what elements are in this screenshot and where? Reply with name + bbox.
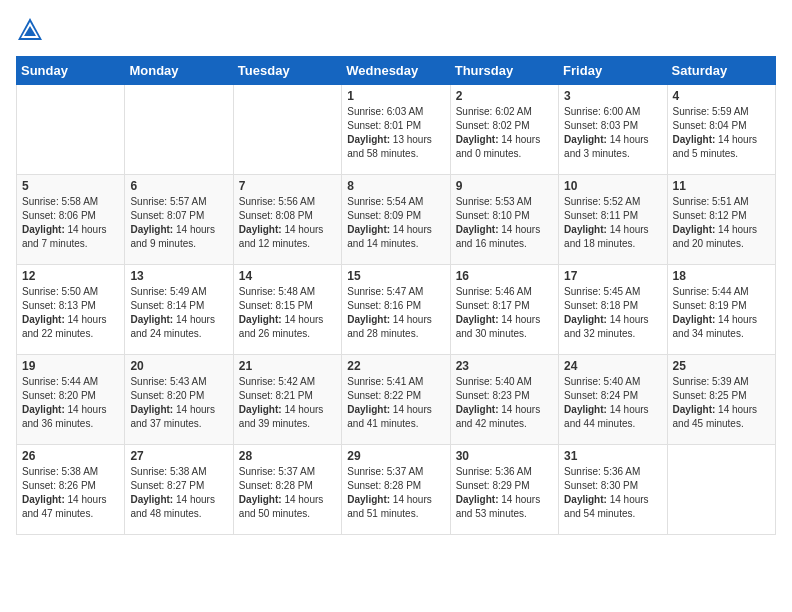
calendar-cell: 21Sunrise: 5:42 AMSunset: 8:21 PMDayligh… <box>233 355 341 445</box>
calendar-cell: 25Sunrise: 5:39 AMSunset: 8:25 PMDayligh… <box>667 355 775 445</box>
day-number: 7 <box>239 179 336 193</box>
day-number: 26 <box>22 449 119 463</box>
day-number: 27 <box>130 449 227 463</box>
calendar-cell: 16Sunrise: 5:46 AMSunset: 8:17 PMDayligh… <box>450 265 558 355</box>
calendar-cell: 17Sunrise: 5:45 AMSunset: 8:18 PMDayligh… <box>559 265 667 355</box>
day-info: Sunrise: 5:50 AMSunset: 8:13 PMDaylight:… <box>22 285 119 341</box>
week-row-2: 5Sunrise: 5:58 AMSunset: 8:06 PMDaylight… <box>17 175 776 265</box>
day-number: 30 <box>456 449 553 463</box>
header-day-sunday: Sunday <box>17 57 125 85</box>
calendar-cell: 5Sunrise: 5:58 AMSunset: 8:06 PMDaylight… <box>17 175 125 265</box>
day-number: 14 <box>239 269 336 283</box>
calendar-cell: 13Sunrise: 5:49 AMSunset: 8:14 PMDayligh… <box>125 265 233 355</box>
calendar-cell <box>17 85 125 175</box>
header-day-friday: Friday <box>559 57 667 85</box>
day-info: Sunrise: 5:52 AMSunset: 8:11 PMDaylight:… <box>564 195 661 251</box>
calendar-cell: 8Sunrise: 5:54 AMSunset: 8:09 PMDaylight… <box>342 175 450 265</box>
day-number: 1 <box>347 89 444 103</box>
calendar-table: SundayMondayTuesdayWednesdayThursdayFrid… <box>16 56 776 535</box>
calendar-cell: 9Sunrise: 5:53 AMSunset: 8:10 PMDaylight… <box>450 175 558 265</box>
day-info: Sunrise: 5:38 AMSunset: 8:26 PMDaylight:… <box>22 465 119 521</box>
calendar-cell: 30Sunrise: 5:36 AMSunset: 8:29 PMDayligh… <box>450 445 558 535</box>
day-number: 5 <box>22 179 119 193</box>
week-row-5: 26Sunrise: 5:38 AMSunset: 8:26 PMDayligh… <box>17 445 776 535</box>
calendar-cell: 24Sunrise: 5:40 AMSunset: 8:24 PMDayligh… <box>559 355 667 445</box>
day-info: Sunrise: 5:59 AMSunset: 8:04 PMDaylight:… <box>673 105 770 161</box>
calendar-cell: 7Sunrise: 5:56 AMSunset: 8:08 PMDaylight… <box>233 175 341 265</box>
calendar-cell: 18Sunrise: 5:44 AMSunset: 8:19 PMDayligh… <box>667 265 775 355</box>
day-number: 11 <box>673 179 770 193</box>
calendar-cell: 11Sunrise: 5:51 AMSunset: 8:12 PMDayligh… <box>667 175 775 265</box>
day-number: 2 <box>456 89 553 103</box>
day-info: Sunrise: 5:54 AMSunset: 8:09 PMDaylight:… <box>347 195 444 251</box>
calendar-cell: 6Sunrise: 5:57 AMSunset: 8:07 PMDaylight… <box>125 175 233 265</box>
day-info: Sunrise: 5:37 AMSunset: 8:28 PMDaylight:… <box>347 465 444 521</box>
day-number: 9 <box>456 179 553 193</box>
day-number: 25 <box>673 359 770 373</box>
day-info: Sunrise: 5:40 AMSunset: 8:23 PMDaylight:… <box>456 375 553 431</box>
day-number: 12 <box>22 269 119 283</box>
day-info: Sunrise: 5:42 AMSunset: 8:21 PMDaylight:… <box>239 375 336 431</box>
day-info: Sunrise: 5:57 AMSunset: 8:07 PMDaylight:… <box>130 195 227 251</box>
day-number: 28 <box>239 449 336 463</box>
day-number: 3 <box>564 89 661 103</box>
header-day-monday: Monday <box>125 57 233 85</box>
week-row-4: 19Sunrise: 5:44 AMSunset: 8:20 PMDayligh… <box>17 355 776 445</box>
day-info: Sunrise: 5:36 AMSunset: 8:29 PMDaylight:… <box>456 465 553 521</box>
day-info: Sunrise: 5:56 AMSunset: 8:08 PMDaylight:… <box>239 195 336 251</box>
day-number: 22 <box>347 359 444 373</box>
header-day-wednesday: Wednesday <box>342 57 450 85</box>
header-day-thursday: Thursday <box>450 57 558 85</box>
day-number: 6 <box>130 179 227 193</box>
day-info: Sunrise: 5:45 AMSunset: 8:18 PMDaylight:… <box>564 285 661 341</box>
header-row: SundayMondayTuesdayWednesdayThursdayFrid… <box>17 57 776 85</box>
header-day-saturday: Saturday <box>667 57 775 85</box>
day-info: Sunrise: 5:51 AMSunset: 8:12 PMDaylight:… <box>673 195 770 251</box>
calendar-cell: 10Sunrise: 5:52 AMSunset: 8:11 PMDayligh… <box>559 175 667 265</box>
day-number: 19 <box>22 359 119 373</box>
page-header <box>16 16 776 44</box>
day-info: Sunrise: 5:36 AMSunset: 8:30 PMDaylight:… <box>564 465 661 521</box>
day-number: 16 <box>456 269 553 283</box>
calendar-cell: 4Sunrise: 5:59 AMSunset: 8:04 PMDaylight… <box>667 85 775 175</box>
day-number: 8 <box>347 179 444 193</box>
week-row-3: 12Sunrise: 5:50 AMSunset: 8:13 PMDayligh… <box>17 265 776 355</box>
calendar-cell: 19Sunrise: 5:44 AMSunset: 8:20 PMDayligh… <box>17 355 125 445</box>
calendar-cell: 1Sunrise: 6:03 AMSunset: 8:01 PMDaylight… <box>342 85 450 175</box>
calendar-cell: 15Sunrise: 5:47 AMSunset: 8:16 PMDayligh… <box>342 265 450 355</box>
day-info: Sunrise: 5:37 AMSunset: 8:28 PMDaylight:… <box>239 465 336 521</box>
day-number: 18 <box>673 269 770 283</box>
day-info: Sunrise: 5:47 AMSunset: 8:16 PMDaylight:… <box>347 285 444 341</box>
day-number: 13 <box>130 269 227 283</box>
day-number: 15 <box>347 269 444 283</box>
calendar-cell: 29Sunrise: 5:37 AMSunset: 8:28 PMDayligh… <box>342 445 450 535</box>
calendar-cell: 20Sunrise: 5:43 AMSunset: 8:20 PMDayligh… <box>125 355 233 445</box>
day-number: 17 <box>564 269 661 283</box>
day-info: Sunrise: 6:02 AMSunset: 8:02 PMDaylight:… <box>456 105 553 161</box>
day-info: Sunrise: 5:44 AMSunset: 8:20 PMDaylight:… <box>22 375 119 431</box>
calendar-cell <box>125 85 233 175</box>
day-info: Sunrise: 5:39 AMSunset: 8:25 PMDaylight:… <box>673 375 770 431</box>
calendar-cell: 2Sunrise: 6:02 AMSunset: 8:02 PMDaylight… <box>450 85 558 175</box>
day-number: 20 <box>130 359 227 373</box>
day-number: 21 <box>239 359 336 373</box>
day-info: Sunrise: 5:40 AMSunset: 8:24 PMDaylight:… <box>564 375 661 431</box>
header-day-tuesday: Tuesday <box>233 57 341 85</box>
logo <box>16 16 48 44</box>
day-info: Sunrise: 5:41 AMSunset: 8:22 PMDaylight:… <box>347 375 444 431</box>
day-number: 4 <box>673 89 770 103</box>
week-row-1: 1Sunrise: 6:03 AMSunset: 8:01 PMDaylight… <box>17 85 776 175</box>
calendar-cell: 23Sunrise: 5:40 AMSunset: 8:23 PMDayligh… <box>450 355 558 445</box>
day-number: 29 <box>347 449 444 463</box>
calendar-cell: 28Sunrise: 5:37 AMSunset: 8:28 PMDayligh… <box>233 445 341 535</box>
calendar-cell: 22Sunrise: 5:41 AMSunset: 8:22 PMDayligh… <box>342 355 450 445</box>
calendar-cell: 3Sunrise: 6:00 AMSunset: 8:03 PMDaylight… <box>559 85 667 175</box>
day-number: 23 <box>456 359 553 373</box>
day-info: Sunrise: 5:53 AMSunset: 8:10 PMDaylight:… <box>456 195 553 251</box>
calendar-cell: 31Sunrise: 5:36 AMSunset: 8:30 PMDayligh… <box>559 445 667 535</box>
day-info: Sunrise: 5:48 AMSunset: 8:15 PMDaylight:… <box>239 285 336 341</box>
day-info: Sunrise: 6:03 AMSunset: 8:01 PMDaylight:… <box>347 105 444 161</box>
calendar-cell: 12Sunrise: 5:50 AMSunset: 8:13 PMDayligh… <box>17 265 125 355</box>
calendar-cell <box>667 445 775 535</box>
day-info: Sunrise: 5:38 AMSunset: 8:27 PMDaylight:… <box>130 465 227 521</box>
